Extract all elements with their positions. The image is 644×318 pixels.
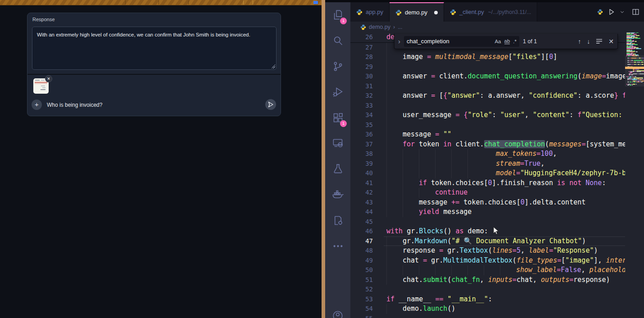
sidebar-item-docker[interactable] bbox=[325, 182, 350, 208]
code-line[interactable]: 38max_tokens=100, bbox=[350, 149, 625, 159]
sidebar-item-search[interactable] bbox=[325, 28, 350, 54]
chat-input[interactable]: Who is being invoiced? bbox=[47, 102, 102, 108]
regex-button[interactable]: .* bbox=[513, 39, 517, 44]
code-line[interactable]: 45 bbox=[350, 217, 625, 227]
match-case-button[interactable]: Aa bbox=[494, 39, 501, 44]
code-line[interactable]: 31 bbox=[350, 82, 625, 91]
send-button[interactable] bbox=[265, 99, 276, 110]
remove-attachment-button[interactable]: ✕ bbox=[45, 75, 52, 82]
remote-explorer-icon bbox=[332, 137, 344, 150]
code-line[interactable]: 28image = multimodal_message["files"][0] bbox=[350, 52, 625, 62]
python-icon bbox=[450, 9, 456, 15]
response-textbox[interactable]: With an extremely high level of confiden… bbox=[32, 27, 277, 70]
python-icon bbox=[356, 9, 363, 15]
dirty-indicator bbox=[434, 11, 438, 14]
sidebar-item-explorer[interactable]: 1 bbox=[325, 2, 350, 28]
activity-bar: 1 bbox=[325, 2, 350, 318]
tab-description: ~/.../python3.11/... bbox=[488, 9, 531, 15]
find-query[interactable]: chat_completion bbox=[407, 38, 491, 45]
line-number: 39 bbox=[350, 159, 373, 169]
code-line[interactable]: 33 bbox=[350, 101, 625, 111]
code-line[interactable]: 48response = gr.Textbox(lines=5, label="… bbox=[350, 246, 625, 256]
code-line[interactable]: 49chat = gr.MultimodalTextbox(file_types… bbox=[350, 256, 625, 266]
code-line[interactable]: 29 bbox=[350, 62, 625, 72]
sidebar-item-remote-explorer[interactable] bbox=[325, 131, 350, 156]
code-line[interactable]: 52 bbox=[350, 285, 625, 295]
line-number: 32 bbox=[350, 91, 373, 101]
previous-match-button[interactable]: ↑ bbox=[578, 38, 581, 45]
minimap[interactable] bbox=[625, 32, 644, 318]
code-line[interactable]: 50show_label=False, placeholder= bbox=[350, 265, 625, 275]
next-match-button[interactable]: ↓ bbox=[587, 38, 590, 45]
tab-demo-py[interactable]: demo.py bbox=[390, 2, 444, 22]
sidebar-item-extensions[interactable]: 1 bbox=[325, 105, 350, 131]
line-number: 53 bbox=[350, 295, 373, 304]
search-icon bbox=[332, 35, 344, 47]
code-line[interactable]: 44yield message bbox=[350, 207, 625, 217]
split-editor-button[interactable] bbox=[632, 8, 639, 16]
find-input[interactable]: chat_completion Aa ab .* bbox=[404, 36, 519, 47]
chevron-down-icon[interactable] bbox=[620, 9, 625, 14]
response-text: With an extremely high level of confiden… bbox=[37, 32, 250, 37]
sidebar-item-run-debug[interactable] bbox=[325, 79, 350, 105]
code-line[interactable]: 39stream=True, bbox=[350, 159, 625, 169]
ellipsis-icon bbox=[332, 240, 344, 252]
code-editor[interactable]: 26def chat_fn(multimodal_message):2728im… bbox=[350, 32, 644, 318]
tab-app-py[interactable]: app.py bbox=[350, 2, 390, 22]
code-line[interactable]: 42continue bbox=[350, 188, 625, 198]
find-widget: › chat_completion Aa ab .* 1 of 1 ↑ ↓ bbox=[394, 34, 618, 49]
code-line[interactable]: 43message += token.choices[0].delta.cont… bbox=[350, 198, 625, 208]
send-icon bbox=[268, 101, 274, 108]
run-button[interactable] bbox=[608, 8, 615, 16]
account-icon bbox=[332, 310, 344, 318]
line-number: 26 bbox=[350, 32, 373, 42]
git-branch-icon bbox=[332, 60, 344, 73]
code-line[interactable]: 53if __name__ == "__main__": bbox=[350, 295, 625, 304]
line-number: 30 bbox=[350, 72, 373, 82]
breadcrumb-file[interactable]: demo.py bbox=[369, 24, 390, 30]
mouse-cursor bbox=[493, 227, 500, 237]
close-find-button[interactable]: ✕ bbox=[608, 38, 614, 45]
account-button[interactable] bbox=[332, 310, 344, 318]
code-line[interactable]: 34user_message = {"role": "user", "conte… bbox=[350, 110, 625, 120]
browser-accent-icon bbox=[313, 1, 318, 4]
tab-label: _client.py bbox=[459, 9, 484, 15]
whole-word-button[interactable]: ab bbox=[504, 38, 510, 44]
code-line[interactable]: 55 bbox=[350, 314, 625, 318]
line-number: 36 bbox=[350, 130, 373, 140]
sidebar-item-more[interactable] bbox=[325, 233, 350, 259]
add-file-button[interactable]: + bbox=[32, 100, 42, 110]
code-line[interactable]: 37for token in client.chat_completion(me… bbox=[350, 140, 625, 150]
code-line[interactable]: 35 bbox=[350, 120, 625, 130]
find-in-selection-button[interactable] bbox=[596, 38, 603, 44]
editor-actions bbox=[597, 2, 644, 22]
extensions-badge: 1 bbox=[340, 120, 347, 127]
code-line[interactable]: 40model="HuggingFaceH4/zephyr-7b-beta" bbox=[350, 168, 625, 178]
debug-icon bbox=[332, 86, 344, 98]
sidebar-item-testing[interactable] bbox=[325, 156, 350, 182]
code-line[interactable]: 30answer = client.document_question_answ… bbox=[350, 72, 625, 82]
tab-client-py[interactable]: _client.py ~/.../python3.11/... bbox=[444, 2, 537, 22]
code-line[interactable]: 47gr.Markdown("# 🔍 Document Analyzer Cha… bbox=[350, 236, 625, 246]
editor-group: app.py demo.py _client.py ~ bbox=[350, 2, 644, 318]
code-line[interactable]: 46with gr.Blocks() as demo: bbox=[350, 227, 625, 236]
python-icon[interactable] bbox=[597, 9, 603, 15]
code-line[interactable]: 32answer = [{"answer": a.answer, "confid… bbox=[350, 91, 625, 101]
sidebar-item-make-tools[interactable] bbox=[325, 208, 350, 233]
line-number: 47 bbox=[350, 236, 373, 246]
toggle-replace-chevron-icon[interactable]: › bbox=[398, 37, 400, 45]
code-line[interactable]: 41if token.choices[0].finish_reason is n… bbox=[350, 178, 625, 188]
line-number: 27 bbox=[350, 43, 373, 53]
code-line[interactable]: 51chat.submit(chat_fn, inputs=chat, outp… bbox=[350, 275, 625, 285]
resize-grip-icon[interactable] bbox=[271, 64, 275, 68]
code-line[interactable]: 36message = "" bbox=[350, 130, 625, 140]
code-line[interactable]: 54demo.launch() bbox=[350, 304, 625, 314]
code-lines: 26def chat_fn(multimodal_message):2728im… bbox=[350, 32, 625, 318]
line-number: 44 bbox=[350, 207, 373, 217]
window-edge-strip bbox=[322, 0, 325, 318]
sidebar-item-source-control[interactable] bbox=[325, 54, 350, 79]
line-number: 31 bbox=[350, 82, 373, 91]
breadcrumb-separator-icon: › bbox=[393, 24, 395, 30]
line-number: 49 bbox=[350, 256, 373, 266]
breadcrumb-symbol[interactable]: ... bbox=[398, 24, 402, 30]
